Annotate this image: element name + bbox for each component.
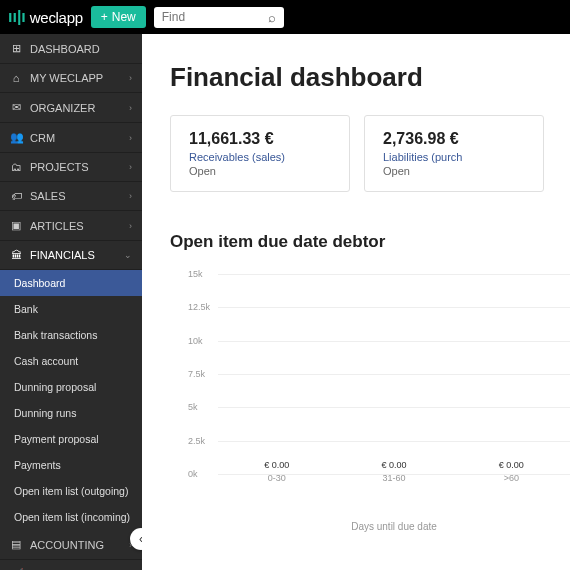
sidebar-item-label: ORGANIZER: [30, 102, 95, 114]
x-axis-title: Days until due date: [218, 521, 570, 532]
sidebar-item-my-weclapp[interactable]: ⌂ MY WECLAPP ›: [0, 64, 142, 93]
sidebar-item-label: FINANCIALS: [30, 249, 95, 261]
sidebar-item-purchasing[interactable]: 🛒 PURCHASING ›: [0, 560, 142, 570]
x-column: € 0.00 31-60: [335, 474, 452, 504]
projects-icon: 🗂: [10, 161, 22, 173]
sub-item-dunning-runs[interactable]: Dunning runs: [0, 400, 142, 426]
search-input[interactable]: [162, 10, 268, 24]
x-tick-label: 31-60: [335, 473, 452, 483]
plus-icon: +: [101, 10, 108, 24]
logo[interactable]: ıı|ı weclapp: [8, 8, 83, 26]
sidebar-item-label: PROJECTS: [30, 161, 89, 173]
card-value: 2,736.98 €: [383, 130, 525, 148]
sub-item-dashboard[interactable]: Dashboard: [0, 270, 142, 296]
x-tick-label: 0-30: [218, 473, 335, 483]
sidebar: ⊞ DASHBOARD ⌂ MY WECLAPP › ✉ ORGANIZER ›…: [0, 34, 142, 570]
grid-line: [218, 341, 570, 342]
card-label: Liabilities (purch: [383, 151, 525, 163]
liabilities-card[interactable]: 2,736.98 € Liabilities (purch Open: [364, 115, 544, 192]
summary-cards: 11,661.33 € Receivables (sales) Open 2,7…: [170, 115, 570, 192]
sub-item-payments[interactable]: Payments: [0, 452, 142, 478]
articles-icon: ▣: [10, 219, 22, 232]
header: ıı|ı weclapp + New ⌕: [0, 0, 570, 34]
financials-icon: 🏛: [10, 249, 22, 261]
bar-value-label: € 0.00: [335, 460, 452, 470]
x-column: € 0.00 0-30: [218, 474, 335, 504]
sidebar-item-label: ACCOUNTING: [30, 539, 104, 551]
logo-text: weclapp: [30, 9, 83, 26]
dashboard-icon: ⊞: [10, 42, 22, 55]
chevron-right-icon: ›: [129, 162, 132, 172]
new-button[interactable]: + New: [91, 6, 146, 28]
new-button-label: New: [112, 10, 136, 24]
card-status: Open: [189, 165, 331, 177]
card-label: Receivables (sales): [189, 151, 331, 163]
sub-item-payment-proposal[interactable]: Payment proposal: [0, 426, 142, 452]
grid-line: [218, 307, 570, 308]
sidebar-item-label: DASHBOARD: [30, 43, 100, 55]
sidebar-item-sales[interactable]: 🏷 SALES ›: [0, 182, 142, 211]
sidebar-item-organizer[interactable]: ✉ ORGANIZER ›: [0, 93, 142, 123]
bar-value-label: € 0.00: [218, 460, 335, 470]
grid-line: [218, 407, 570, 408]
x-column: € 0.00 >60: [453, 474, 570, 504]
organizer-icon: ✉: [10, 101, 22, 114]
grid-line: [218, 441, 570, 442]
sidebar-item-crm[interactable]: 👥 CRM ›: [0, 123, 142, 153]
main-content: Financial dashboard 11,661.33 € Receivab…: [142, 34, 570, 570]
sub-item-cash-account[interactable]: Cash account: [0, 348, 142, 374]
crm-icon: 👥: [10, 131, 22, 144]
sub-item-bank[interactable]: Bank: [0, 296, 142, 322]
grid-line: [218, 374, 570, 375]
logo-icon: ıı|ı: [8, 8, 26, 26]
sub-item-bank-transactions[interactable]: Bank transactions: [0, 322, 142, 348]
sidebar-item-articles[interactable]: ▣ ARTICLES ›: [0, 211, 142, 241]
search-icon: ⌕: [268, 10, 276, 25]
card-status: Open: [383, 165, 525, 177]
bar-value-label: € 0.00: [453, 460, 570, 470]
my-weclapp-icon: ⌂: [10, 72, 22, 84]
x-tick-label: >60: [453, 473, 570, 483]
sub-item-open-item-list-incoming-[interactable]: Open item list (incoming): [0, 504, 142, 530]
chevron-right-icon: ›: [129, 221, 132, 231]
chevron-right-icon: ›: [129, 191, 132, 201]
search-box[interactable]: ⌕: [154, 7, 284, 28]
grid-line: [218, 274, 570, 275]
sub-item-open-item-list-outgoing-[interactable]: Open item list (outgoing): [0, 478, 142, 504]
chevron-down-icon: ⌄: [124, 250, 132, 260]
sidebar-item-label: SALES: [30, 190, 65, 202]
chevron-right-icon: ›: [129, 133, 132, 143]
receivables-card[interactable]: 11,661.33 € Receivables (sales) Open: [170, 115, 350, 192]
section-title: Open item due date debtor: [170, 232, 570, 252]
sidebar-item-label: CRM: [30, 132, 55, 144]
sidebar-item-label: ARTICLES: [30, 220, 84, 232]
accounting-icon: ▤: [10, 538, 22, 551]
sidebar-item-projects[interactable]: 🗂 PROJECTS ›: [0, 153, 142, 182]
sidebar-item-dashboard[interactable]: ⊞ DASHBOARD: [0, 34, 142, 64]
sales-icon: 🏷: [10, 190, 22, 202]
card-value: 11,661.33 €: [189, 130, 331, 148]
page-title: Financial dashboard: [170, 62, 570, 93]
due-date-chart: 15k 12.5k 10k 7.5k 5k 2.5k 0k € 0.00 0-3…: [188, 274, 570, 504]
sidebar-item-financials[interactable]: 🏛 FINANCIALS ⌄: [0, 241, 142, 270]
chevron-right-icon: ›: [129, 103, 132, 113]
chevron-right-icon: ›: [129, 73, 132, 83]
sub-item-dunning-proposal[interactable]: Dunning proposal: [0, 374, 142, 400]
sidebar-item-accounting[interactable]: ▤ ACCOUNTING ›: [0, 530, 142, 560]
sidebar-item-label: MY WECLAPP: [30, 72, 103, 84]
